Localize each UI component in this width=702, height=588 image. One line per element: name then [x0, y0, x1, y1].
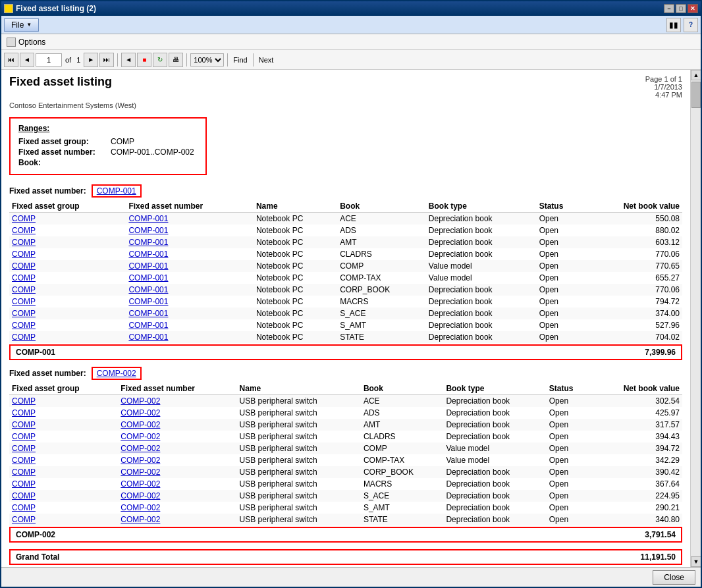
range-number-label: Fixed asset number:: [18, 147, 111, 157]
toolbar: ⏮ ◄ 1 of 1 ► ⏭ ◄ ■ ↻ 🖶 100% 75% 150% Fin…: [1, 50, 701, 70]
subtotal-label-1: COMP-001: [16, 348, 55, 357]
window-title: Fixed asset listing (2): [16, 4, 96, 13]
table-row: COMPCOMP-001Notebook PCCORP_BOOKDeprecia…: [9, 284, 682, 296]
section-comp001: Fixed asset number: COMP-001 Fixed asset…: [9, 184, 682, 360]
table-row: COMPCOMP-001Notebook PCMACRSDepreciation…: [9, 296, 682, 307]
range-group-value: COMP: [111, 137, 134, 146]
toolbar-sep-1: [117, 53, 118, 67]
col-header-number-1: Fixed asset number: [126, 200, 253, 213]
main-row: Fixed asset listing Page 1 of 1 1/7/2013…: [1, 70, 701, 567]
options-label: Options: [18, 38, 45, 47]
col-header-value-1: Net book value: [583, 200, 682, 213]
company-name: Contoso Entertainment Systems (West): [9, 101, 682, 109]
report-date: 1/7/2013: [645, 83, 682, 91]
table-row: COMPCOMP-002USB peripheral switchSTATEDe…: [9, 514, 682, 525]
page-number: Page 1 of 1: [645, 75, 682, 83]
report-title: Fixed asset listing: [9, 75, 112, 89]
close-button[interactable]: Close: [653, 570, 695, 585]
prev-page-button[interactable]: ◄: [20, 53, 34, 67]
file-menu-arrow-icon: ▼: [26, 22, 32, 28]
subtotal-label-2: COMP-002: [16, 530, 55, 539]
print-button[interactable]: 🖶: [169, 53, 183, 67]
table-row: COMPCOMP-002USB peripheral switchCLADRSD…: [9, 431, 682, 442]
minimize-button[interactable]: –: [664, 4, 674, 13]
title-bar: Fixed asset listing (2) – □ ✕: [1, 1, 701, 16]
col-header-name-1: Name: [254, 200, 337, 213]
table-row: COMPCOMP-001Notebook PCADSDepreciation b…: [9, 225, 682, 236]
table-header-row-2: Fixed asset group Fixed asset number Nam…: [9, 383, 682, 395]
first-page-button[interactable]: ⏮: [4, 53, 18, 67]
scroll-track[interactable]: [691, 80, 701, 556]
zoom-select[interactable]: 100% 75% 150%: [190, 53, 224, 67]
table-section1: Fixed asset group Fixed asset number Nam…: [9, 200, 682, 343]
table-row: COMPCOMP-001Notebook PCACEDepreciation b…: [9, 213, 682, 225]
range-number-row: Fixed asset number: COMP-001..COMP-002: [18, 147, 198, 157]
scroll-up-button[interactable]: ▲: [691, 70, 701, 80]
file-menu-button[interactable]: File ▼: [4, 18, 39, 32]
asset-number-label-2: Fixed asset number:: [9, 369, 86, 378]
col-header-name-2: Name: [237, 383, 361, 395]
content-area: Fixed asset listing Page 1 of 1 1/7/2013…: [1, 70, 690, 567]
asset-number-row-1: Fixed asset number: COMP-001: [9, 184, 682, 198]
restore-button[interactable]: □: [676, 4, 686, 13]
asset-number-label-1: Fixed asset number:: [9, 186, 86, 196]
table-row: COMPCOMP-001Notebook PCS_ACEDepreciation…: [9, 307, 682, 319]
range-book-row: Book:: [18, 158, 198, 167]
ranges-title: Ranges:: [18, 124, 198, 133]
scroll-down-button[interactable]: ▼: [691, 556, 701, 567]
page-info: Page 1 of 1 1/7/2013 4:47 PM: [645, 75, 682, 99]
table-row: COMPCOMP-002USB peripheral switchCOMPVal…: [9, 442, 682, 454]
ranges-box: Ranges: Fixed asset group: COMP Fixed as…: [9, 117, 207, 175]
table-row: COMPCOMP-002USB peripheral switchS_ACEDe…: [9, 490, 682, 502]
col-header-number-2: Fixed asset number: [118, 383, 236, 395]
grand-total-value: 11,191.50: [641, 552, 676, 562]
col-header-status-2: Status: [547, 383, 591, 395]
range-book-label: Book:: [18, 158, 111, 167]
asset-number-link-1[interactable]: COMP-001: [92, 184, 142, 198]
help-button[interactable]: ?: [684, 18, 698, 32]
col-header-book-1: Book: [337, 200, 426, 213]
table-header-row-1: Fixed asset group Fixed asset number Nam…: [9, 200, 682, 213]
range-number-value: COMP-001..COMP-002: [111, 147, 194, 157]
grand-total-label: Grand Total: [16, 552, 59, 562]
table-row: COMPCOMP-001Notebook PCCLADRSDepreciatio…: [9, 248, 682, 260]
asset-number-row-2: Fixed asset number: COMP-002: [9, 367, 682, 380]
stop-button[interactable]: ■: [137, 53, 151, 67]
view-toggle-button[interactable]: ▮▮: [666, 18, 681, 32]
grand-total-row: Grand Total 11,191.50: [9, 549, 682, 565]
scrollbar: ▲ ▼: [690, 70, 701, 567]
page-number-input[interactable]: 1: [36, 53, 62, 67]
last-page-button[interactable]: ⏭: [99, 53, 114, 67]
table-row: COMPCOMP-001Notebook PCCOMP-TAXValue mod…: [9, 272, 682, 284]
toolbar-sep-2: [186, 53, 187, 67]
window-controls[interactable]: – □ ✕: [664, 4, 698, 13]
table-row: COMPCOMP-001Notebook PCSTATEDepreciation…: [9, 331, 682, 343]
asset-number-link-2[interactable]: COMP-002: [92, 367, 142, 380]
section-comp002: Fixed asset number: COMP-002 Fixed asset…: [9, 367, 682, 543]
menu-bar: File ▼ ▮▮ ?: [1, 16, 701, 34]
table-row: COMPCOMP-002USB peripheral switchADSDepr…: [9, 407, 682, 419]
find-label: Find: [231, 56, 249, 64]
scroll-thumb[interactable]: [691, 82, 701, 108]
next-page-button[interactable]: ►: [84, 53, 98, 67]
toolbar-sep-4: [253, 53, 254, 67]
app-icon: [4, 4, 13, 13]
page-total-label: 1: [74, 56, 82, 64]
col-header-group-2: Fixed asset group: [9, 383, 118, 395]
subtotal-row-1: COMP-001 7,399.96: [9, 344, 682, 360]
main-window: Fixed asset listing (2) – □ ✕ File ▼ ▮▮ …: [0, 0, 702, 588]
col-header-value-2: Net book value: [591, 383, 682, 395]
refresh-button[interactable]: ↻: [153, 53, 167, 67]
table-row: COMPCOMP-002USB peripheral switchCORP_BO…: [9, 466, 682, 478]
col-header-book-2: Book: [361, 383, 444, 395]
page-of-label: of: [63, 56, 73, 64]
range-group-label: Fixed asset group:: [18, 137, 111, 146]
bottom-bar: Close: [1, 567, 701, 587]
report-time: 4:47 PM: [645, 91, 682, 99]
table-row: COMPCOMP-002USB peripheral switchMACRSDe…: [9, 478, 682, 490]
back-button[interactable]: ◄: [121, 53, 136, 67]
col-header-booktype-1: Book type: [426, 200, 537, 213]
table-row: COMPCOMP-001Notebook PCCOMPValue modelOp…: [9, 260, 682, 272]
close-button[interactable]: ✕: [688, 4, 698, 13]
table-row: COMPCOMP-001Notebook PCAMTDepreciation b…: [9, 236, 682, 248]
